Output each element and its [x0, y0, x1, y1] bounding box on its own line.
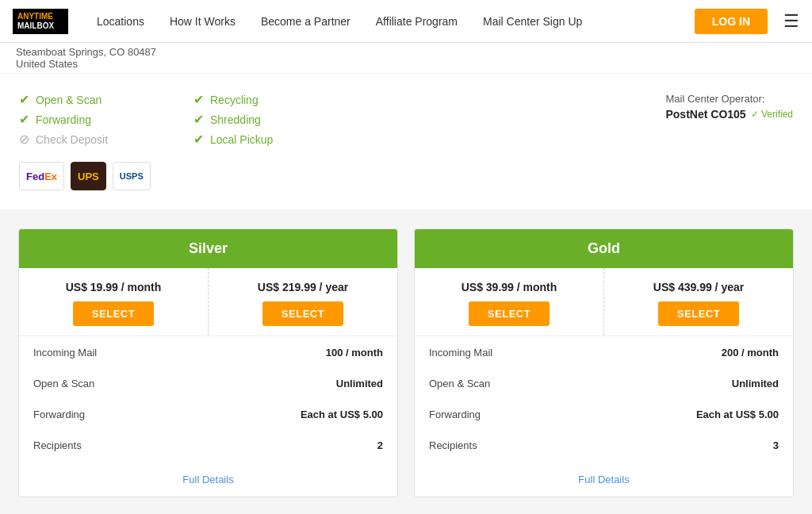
gold-monthly-col: US$ 39.99 / month SELECT: [415, 268, 604, 336]
silver-plan-header: Silver: [19, 229, 397, 268]
logo[interactable]: ANYTIME MAILBOX: [13, 9, 68, 34]
gold-plan-card: Gold US$ 39.99 / month SELECT US$ 439.99…: [414, 228, 794, 497]
silver-open-scan-value: Unlimited: [191, 369, 396, 398]
feature-check-deposit-label: Check Deposit: [36, 133, 108, 146]
gold-open-scan-value: Unlimited: [587, 369, 791, 398]
mail-center-operator-label: Mail Center Operator:: [665, 93, 793, 105]
check-icon-local-pickup: ✔: [193, 132, 204, 147]
silver-forwarding-value: Each at US$ 5.00: [191, 400, 396, 429]
gold-monthly-price: US$ 39.99 / month: [421, 281, 597, 293]
gold-recipients-label: Recipients: [416, 431, 585, 460]
login-button[interactable]: LOG IN: [695, 9, 768, 34]
silver-plan-name: Silver: [189, 240, 228, 256]
silver-yearly-price: US$ 219.99 / year: [215, 281, 391, 293]
gold-yearly-col: US$ 439.99 / year SELECT: [604, 268, 793, 336]
features-grid: ✔ Open & Scan ✔ Forwarding ⊘ Check Depos…: [19, 90, 634, 149]
table-row: Forwarding Each at US$ 5.00: [416, 400, 791, 429]
mail-center-name: PostNet CO105: [665, 108, 745, 121]
gold-recipients-value: 3: [587, 431, 791, 460]
silver-incoming-mail-label: Incoming Mail: [21, 338, 190, 367]
silver-monthly-col: US$ 19.99 / month SELECT: [19, 268, 209, 336]
feature-open-scan-label: Open & Scan: [36, 94, 102, 106]
gold-full-details-row: Full Details: [415, 462, 793, 497]
silver-recipients-label: Recipients: [21, 431, 190, 460]
feature-forwarding-label: Forwarding: [36, 113, 91, 126]
silver-incoming-mail-value: 100 / month: [191, 338, 396, 367]
feature-recycling-label: Recycling: [210, 94, 259, 106]
table-row: Incoming Mail 100 / month: [21, 338, 396, 367]
gold-yearly-price: US$ 439.99 / year: [611, 281, 787, 293]
silver-yearly-col: US$ 219.99 / year SELECT: [209, 268, 397, 336]
address-line2: United States: [16, 58, 78, 70]
silver-recipients-value: 2: [191, 431, 396, 460]
usps-logo: USPS: [113, 162, 151, 190]
gold-monthly-select-button[interactable]: SELECT: [469, 301, 550, 326]
gold-incoming-mail-label: Incoming Mail: [416, 338, 585, 367]
navbar-right: LOG IN ☰: [695, 9, 799, 34]
check-icon-forwarding: ✔: [19, 112, 29, 127]
gold-open-scan-label: Open & Scan: [416, 369, 585, 398]
feature-open-scan: ✔ Open & Scan: [19, 90, 193, 109]
address-bar: Steamboat Springs, CO 80487 United State…: [0, 43, 812, 74]
silver-full-details-link[interactable]: Full Details: [182, 474, 233, 485]
mail-center-info: Mail Center Operator: PostNet CO105 ✓ Ve…: [665, 90, 793, 121]
gold-plan-name: Gold: [588, 240, 620, 256]
nav-mail-center-signup[interactable]: Mail Center Sign Up: [470, 0, 595, 43]
gold-forwarding-label: Forwarding: [416, 400, 585, 429]
table-row: Open & Scan Unlimited: [21, 369, 396, 398]
silver-plan-card: Silver US$ 19.99 / month SELECT US$ 219.…: [18, 228, 398, 497]
feature-local-pickup-label: Local Pickup: [210, 133, 273, 146]
silver-yearly-select-button[interactable]: SELECT: [262, 301, 343, 326]
nav-how-it-works[interactable]: How It Works: [157, 0, 248, 43]
silver-features-table: Incoming Mail 100 / month Open & Scan Un…: [19, 336, 397, 462]
nav-links: Locations How It Works Become a Partner …: [84, 0, 695, 43]
silver-full-details-row: Full Details: [19, 462, 397, 497]
gold-yearly-select-button[interactable]: SELECT: [658, 301, 739, 326]
features-section: ✔ Open & Scan ✔ Forwarding ⊘ Check Depos…: [0, 74, 812, 209]
carrier-logos: FedEx UPS USPS: [19, 162, 634, 190]
gold-incoming-mail-value: 200 / month: [587, 338, 791, 367]
table-row: Incoming Mail 200 / month: [416, 338, 791, 367]
hamburger-icon[interactable]: ☰: [783, 11, 799, 32]
nav-affiliate[interactable]: Affiliate Program: [363, 0, 470, 43]
feature-recycling: ✔ Recycling: [193, 90, 368, 109]
silver-forwarding-label: Forwarding: [21, 400, 190, 429]
feature-shredding: ✔ Shredding: [193, 109, 368, 129]
silver-monthly-select-button[interactable]: SELECT: [73, 301, 154, 326]
features-col1: ✔ Open & Scan ✔ Forwarding ⊘ Check Depos…: [19, 90, 193, 149]
feature-local-pickup: ✔ Local Pickup: [193, 129, 368, 149]
gold-features-table: Incoming Mail 200 / month Open & Scan Un…: [415, 336, 793, 462]
check-icon-recycling: ✔: [193, 92, 204, 107]
logo-line1: ANYTIME: [17, 12, 63, 21]
gold-plan-header: Gold: [415, 229, 793, 268]
silver-monthly-price: US$ 19.99 / month: [25, 281, 201, 293]
address-line1: Steamboat Springs, CO 80487: [16, 46, 156, 58]
feature-forwarding: ✔ Forwarding: [19, 109, 193, 129]
plans-section: Silver US$ 19.99 / month SELECT US$ 219.…: [6, 209, 806, 514]
feature-check-deposit: ⊘ Check Deposit: [19, 129, 193, 149]
verified-badge: ✓ Verified: [751, 109, 793, 120]
check-icon-shredding: ✔: [193, 112, 204, 127]
gold-full-details-link[interactable]: Full Details: [578, 474, 629, 485]
table-row: Forwarding Each at US$ 5.00: [21, 400, 396, 429]
silver-open-scan-label: Open & Scan: [21, 369, 190, 398]
nav-become-partner[interactable]: Become a Partner: [248, 0, 363, 43]
table-row: Recipients 2: [21, 431, 396, 460]
table-row: Open & Scan Unlimited: [416, 369, 791, 398]
table-row: Recipients 3: [416, 431, 791, 460]
logo-line2: MAILBOX: [17, 21, 63, 31]
check-icon-open-scan: ✔: [19, 92, 29, 107]
fedex-logo: FedEx: [19, 162, 64, 190]
navbar: ANYTIME MAILBOX Locations How It Works B…: [0, 0, 812, 43]
nav-locations[interactable]: Locations: [84, 0, 157, 43]
ups-logo: UPS: [71, 162, 106, 190]
disabled-icon-check-deposit: ⊘: [19, 132, 29, 147]
features-col2: ✔ Recycling ✔ Shredding ✔ Local Pickup: [193, 90, 368, 149]
silver-plan-pricing: US$ 19.99 / month SELECT US$ 219.99 / ye…: [19, 268, 397, 336]
gold-forwarding-value: Each at US$ 5.00: [587, 400, 791, 429]
feature-shredding-label: Shredding: [210, 113, 261, 126]
gold-plan-pricing: US$ 39.99 / month SELECT US$ 439.99 / ye…: [415, 268, 793, 336]
